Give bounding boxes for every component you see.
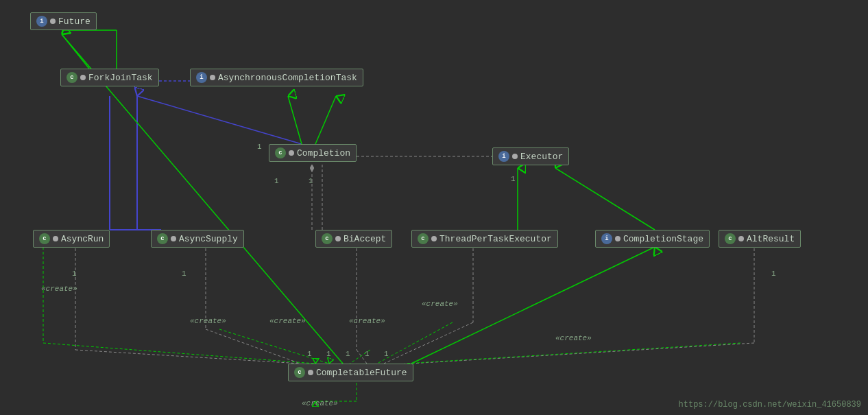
icon-completablefuture: c: [294, 367, 305, 378]
node-altresult: c AltResult: [719, 230, 801, 248]
mult-5: 1: [72, 270, 77, 278]
stereotype-create3: «create»: [269, 317, 306, 325]
svg-line-30: [411, 343, 754, 364]
dot-executor: [512, 154, 518, 159]
label-completionstage: CompletionStage: [623, 234, 703, 244]
label-altresult: AltResult: [747, 234, 795, 244]
stereotype-create7: «create»: [302, 399, 338, 407]
mult-8: 1: [326, 350, 331, 358]
label-future: Future: [58, 16, 91, 27]
svg-line-13: [288, 96, 302, 144]
node-asynccompletiontask: i AsynchronousCompletionTask: [190, 69, 363, 86]
label-forkjointask: ForkJoinTask: [88, 73, 153, 83]
node-asyncrun: c AsyncRun: [33, 230, 110, 248]
mult-1: 1: [257, 143, 262, 151]
label-asyncsupply: AsyncSupply: [179, 234, 238, 244]
dot-asyncsupply: [171, 236, 176, 241]
label-asyncrun: AsyncRun: [61, 234, 104, 244]
dot-forkjointask: [80, 75, 86, 80]
node-biaccept: c BiAccept: [315, 230, 392, 248]
dot-completablefuture: [308, 370, 313, 375]
stereotype-create4: «create»: [349, 317, 385, 325]
dot-threadpertaskexecutor: [431, 236, 437, 241]
svg-line-37: [43, 343, 315, 364]
dot-completion: [289, 150, 294, 156]
icon-altresult: c: [725, 233, 736, 244]
diagram-lines: [0, 0, 868, 415]
dot-asyncrun: [53, 236, 58, 241]
mult-6: 1: [182, 270, 186, 278]
svg-line-28: [384, 322, 473, 364]
svg-line-8: [62, 34, 89, 69]
icon-asyncsupply: c: [157, 233, 168, 244]
svg-line-41: [405, 343, 740, 364]
label-threadpertaskexecutor: ThreadPerTaskExecutor: [439, 234, 552, 244]
node-forkjointask: c ForkJoinTask: [60, 69, 159, 86]
mult-10: 1: [365, 350, 370, 358]
mult-4: 1: [511, 175, 516, 183]
dot-asynccompletiontask: [210, 75, 215, 80]
icon-asynccompletiontask: i: [196, 72, 207, 83]
dot-future: [50, 19, 56, 24]
mult-9: 1: [346, 350, 350, 358]
node-threadpertaskexecutor: c ThreadPerTaskExecutor: [411, 230, 558, 248]
dot-altresult: [738, 236, 744, 241]
label-completablefuture: CompletableFuture: [316, 368, 407, 378]
icon-executor: i: [498, 151, 509, 162]
stereotype-create1: «create»: [41, 285, 77, 293]
node-future: i Future: [30, 12, 97, 30]
mult-11: 1: [384, 350, 389, 358]
icon-asyncrun: c: [39, 233, 50, 244]
node-completablefuture: c CompletableFuture: [288, 364, 413, 381]
svg-line-38: [219, 329, 329, 364]
stereotype-create5: «create»: [422, 300, 458, 308]
label-executor: Executor: [520, 152, 563, 162]
stereotype-create2: «create»: [190, 317, 226, 325]
icon-completionstage: i: [601, 233, 612, 244]
dot-biaccept: [335, 236, 341, 241]
mult-2: 1: [274, 177, 279, 185]
node-completion: c Completion: [269, 144, 357, 162]
dot-completionstage: [615, 236, 620, 241]
stereotype-create6: «create»: [555, 334, 592, 342]
icon-forkjointask: c: [67, 72, 77, 83]
label-completion: Completion: [297, 148, 350, 158]
svg-line-14: [315, 96, 336, 144]
node-completionstage: i CompletionStage: [595, 230, 710, 248]
node-asyncsupply: c AsyncSupply: [151, 230, 244, 248]
svg-line-12: [137, 96, 302, 144]
watermark: https://blog.csdn.net/weixin_41650839: [679, 400, 861, 410]
label-asynccompletiontask: AsynchronousCompletionTask: [218, 73, 357, 83]
mult-12: 1: [771, 270, 776, 278]
icon-completion: c: [275, 147, 286, 158]
label-biaccept: BiAccept: [343, 234, 386, 244]
svg-line-22: [75, 350, 300, 364]
icon-threadpertaskexecutor: c: [418, 233, 429, 244]
icon-future: i: [36, 16, 47, 27]
node-executor: i Executor: [492, 147, 569, 165]
mult-7: 1: [307, 350, 312, 358]
mult-3: 1: [309, 177, 313, 185]
diagram-container: i Future c ForkJoinTask i AsynchronousCo…: [0, 0, 868, 415]
icon-biaccept: c: [322, 233, 333, 244]
svg-line-20: [555, 168, 655, 230]
svg-line-24: [206, 329, 300, 364]
